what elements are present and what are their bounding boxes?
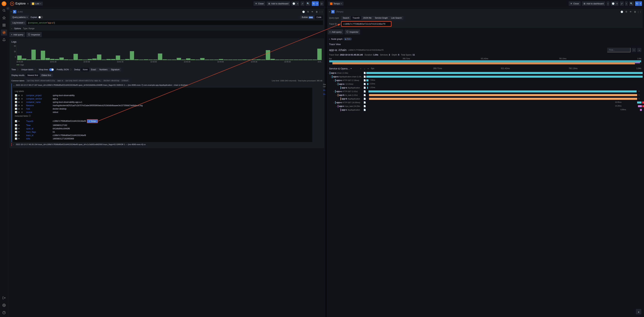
chart-bar[interactable] — [22, 58, 26, 60]
filter-for-icon[interactable]: ⊕ — [18, 94, 20, 97]
dedup-numbers[interactable]: Numbers — [98, 68, 109, 71]
code-tab[interactable]: Code — [315, 15, 323, 19]
collapse-all-icon[interactable]: ⌄ — [363, 67, 366, 70]
span-logs-icon[interactable]: 📄 — [363, 79, 366, 81]
inspector-button[interactable]: ⓘ Inspector — [26, 32, 42, 37]
find-input[interactable] — [607, 48, 630, 52]
span-logs-icon[interactable]: 📄 — [363, 83, 366, 85]
chart-bar[interactable] — [50, 59, 54, 60]
signin-icon[interactable] — [1, 295, 7, 301]
delete-query-icon[interactable]: 🗑 — [633, 10, 637, 14]
stats-icon[interactable]: 📊 — [15, 111, 17, 113]
span-toggle-icon[interactable]: ⌄ — [328, 72, 330, 74]
chart-bar[interactable] — [284, 59, 289, 60]
chart-bar[interactable] — [280, 59, 284, 60]
span-logs-icon[interactable]: 📄 — [363, 94, 366, 96]
span-row[interactable]: app-aAppApplication📄1.31ms — [328, 86, 643, 90]
eye-icon[interactable]: 👁 — [18, 131, 20, 133]
expand-all-icon[interactable]: » — [367, 67, 370, 70]
chart-bar[interactable] — [27, 59, 31, 60]
zoom-out-button-right[interactable]: ⤢ — [620, 1, 624, 6]
chart-bar[interactable] — [275, 59, 280, 60]
options-label[interactable]: Options — [14, 27, 21, 30]
expand-one-icon[interactable]: › — [359, 67, 362, 70]
stats-icon[interactable]: 📊 — [15, 94, 17, 97]
time-picker-dropdown[interactable]: ▾ — [296, 1, 299, 6]
stats-icon[interactable]: 📊 — [15, 134, 17, 137]
scroll-top-button[interactable]: ▴ — [636, 309, 641, 314]
chart-bar[interactable] — [41, 51, 45, 60]
nodegraph-expand-icon[interactable]: › — [329, 38, 330, 40]
chart-bar[interactable] — [247, 59, 251, 60]
delete-query-icon[interactable]: 🗑 — [314, 10, 319, 14]
add-to-dashboard-button-right[interactable]: ⊞ Add to dashboard — [582, 1, 606, 6]
span-row[interactable]: ⌄app-aHTTP GET (7.26ms)📄7.26ms — [328, 78, 643, 82]
expand-icon[interactable]: › — [13, 143, 15, 145]
span-row[interactable]: ⌄app-b/io_task (1.01s)📄1. — [328, 93, 643, 97]
share-icon[interactable]: ⋔ — [27, 2, 29, 5]
unique-labels-toggle[interactable] — [34, 69, 36, 70]
chart-bar[interactable] — [303, 59, 308, 60]
explore-icon[interactable] — [1, 29, 7, 35]
builder-tab[interactable]: BuilderBeta — [300, 15, 315, 19]
chart-bar[interactable] — [78, 59, 82, 60]
chart-bar[interactable] — [130, 51, 134, 60]
chart-bar[interactable] — [317, 49, 322, 60]
span-logs-icon[interactable]: 📄 — [363, 72, 366, 74]
log-line[interactable]: ⌄2022-10-13 17:45:27.187 trace_id=c189b7… — [13, 83, 322, 87]
filter-for-icon[interactable]: ⊕ — [18, 104, 20, 107]
sidebar-collapse[interactable]: › — [6, 7, 10, 10]
chart-bar[interactable] — [83, 59, 87, 60]
chart-bar[interactable] — [196, 59, 200, 60]
dedup-signature[interactable]: Signature — [109, 68, 121, 71]
run-query-dropdown-right[interactable]: ▾ — [639, 1, 642, 6]
chart-bar[interactable] — [144, 59, 148, 60]
stats-icon[interactable]: 📊 — [15, 138, 17, 140]
toggle-query-icon[interactable]: 👁 — [310, 10, 314, 14]
tab-search[interactable]: Search — [341, 16, 351, 20]
drag-query-icon[interactable]: ⋮⋮ — [637, 10, 641, 14]
eye-icon[interactable]: 👁 — [18, 127, 20, 130]
chart-bar[interactable] — [186, 58, 190, 60]
tempo-link-button[interactable]: ↗ Tempo — [87, 119, 98, 123]
tab-traceid[interactable]: TraceID — [351, 16, 361, 20]
chart-bar[interactable] — [224, 59, 228, 60]
chart-bar[interactable] — [200, 58, 204, 60]
nav-forward-button[interactable]: › — [625, 1, 628, 6]
datasource-picker-tempo[interactable]: Tempo ▾ — [328, 2, 344, 5]
filter-out-icon[interactable]: ⊖ — [21, 111, 23, 113]
chart-bar[interactable] — [111, 59, 116, 60]
log-line[interactable]: ›2022-10-13 17:45:26.154 trace_id=c189b7… — [13, 143, 322, 146]
chart-bar[interactable] — [32, 50, 36, 60]
stats-icon[interactable]: 📊 — [15, 124, 17, 126]
span-logs-icon[interactable]: 📄 — [363, 90, 366, 93]
grafana-logo[interactable] — [2, 1, 6, 6]
chart-bar[interactable] — [252, 59, 256, 60]
filter-out-icon[interactable]: ⊖ — [21, 101, 23, 103]
options-expand-icon[interactable]: › — [12, 27, 12, 30]
chart-bar[interactable] — [92, 58, 97, 60]
add-query-button[interactable]: + Add query — [10, 32, 25, 37]
chart-bar[interactable] — [266, 50, 270, 60]
query-history-icon[interactable]: 🕐 — [620, 10, 624, 14]
span-row[interactable]: ⌄app-c/cpu_task (14.29m📄14.29ms — [328, 104, 643, 108]
filter-for-icon[interactable]: ⊕ — [18, 108, 20, 110]
filter-for-icon[interactable]: ⊕ — [18, 98, 20, 100]
inspector-button-right[interactable]: ⓘ Inspector — [345, 29, 360, 34]
zoom-out-button[interactable]: ⤢ — [300, 1, 304, 6]
chart-bar[interactable] — [139, 59, 144, 60]
close-button[interactable]: ✕ Close — [254, 1, 265, 6]
stats-icon[interactable]: 📊 — [15, 120, 17, 122]
chart-bar[interactable] — [102, 59, 106, 60]
chart-bar[interactable] — [167, 59, 172, 60]
span-row[interactable]: ⌄app-a/ (2.23ms)📄2.23ms — [328, 82, 643, 86]
run-query-button[interactable]: ↻ — [312, 1, 316, 6]
span-row[interactable]: app-cAppApplication📄6.68ms — [328, 108, 643, 112]
stats-icon[interactable]: 📊 — [15, 104, 17, 107]
span-row[interactable]: ⌄app-a/chain (1.04s)📄 — [328, 71, 643, 75]
query-code-input[interactable]: {compose_service="app-a"} — [26, 20, 323, 25]
chart-bar[interactable] — [205, 59, 209, 60]
chart-bar[interactable] — [228, 59, 232, 60]
oldest-first-tab[interactable]: Oldest first — [40, 73, 53, 77]
tab-servicegraph[interactable]: Service Graph — [373, 16, 390, 20]
